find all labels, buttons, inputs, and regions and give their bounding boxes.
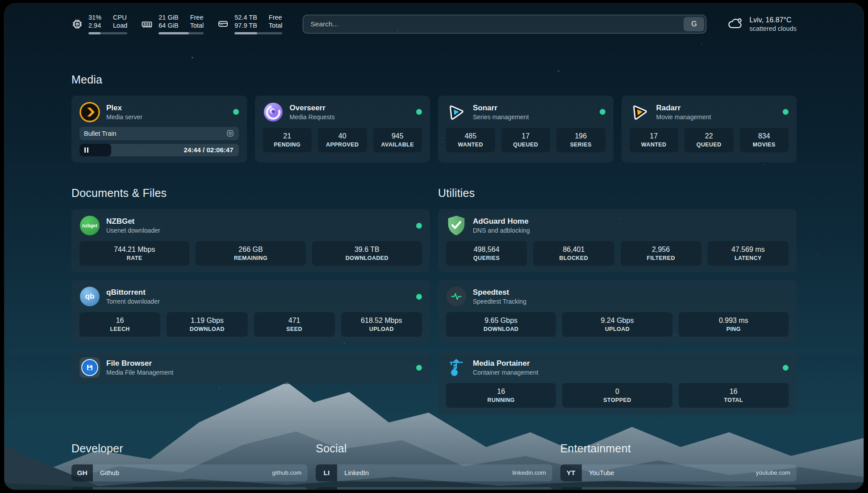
weather-condition: scattered clouds bbox=[749, 25, 797, 33]
cpu-chip-icon bbox=[71, 18, 83, 30]
section-media: Media Plex Media server bbox=[71, 64, 797, 163]
search-bar: G bbox=[303, 15, 706, 33]
service-card-qbittorrent[interactable]: qb qBittorrent Torrent downloader 16 bbox=[71, 280, 430, 343]
service-name: NZBGet bbox=[106, 217, 160, 226]
bookmark-abbr: SO bbox=[71, 487, 93, 490]
service-description: Movie management bbox=[656, 113, 711, 121]
stat-block: 16 TOTAL bbox=[679, 383, 789, 408]
stat-block: 498,564 QUERIES bbox=[446, 241, 527, 266]
bookmark-abbr: YT bbox=[560, 464, 582, 481]
disk-progress-bar bbox=[234, 32, 282, 34]
service-card-overseerr[interactable]: Overseerr Media Requests 21 PENDING 40 A… bbox=[255, 96, 430, 163]
service-name: File Browser bbox=[106, 359, 173, 368]
bookmark-github[interactable]: GH Github github.com bbox=[71, 464, 308, 481]
overseerr-icon bbox=[263, 102, 284, 122]
service-name: Plex bbox=[106, 103, 142, 113]
search-input[interactable] bbox=[303, 15, 706, 33]
bookmark-stackoverflow[interactable]: SO StackOverflow stackoverflow.com bbox=[71, 487, 308, 490]
status-dot bbox=[783, 365, 789, 371]
disk-free-value: 52.4 TB bbox=[234, 13, 257, 21]
section-documents: Documents & Files nzbget NZBGet Usenet d… bbox=[71, 178, 430, 414]
cpu-usage-value: 31% bbox=[88, 13, 101, 21]
bookmark-group-developer: Developer GH Github github.com SO StackO… bbox=[71, 433, 308, 489]
stat-block: 9.24 Gbps UPLOAD bbox=[562, 312, 672, 337]
adguard-icon bbox=[446, 215, 467, 236]
status-dot bbox=[783, 109, 789, 115]
bookmark-abbr: NF bbox=[560, 487, 582, 490]
service-description: Container management bbox=[473, 368, 538, 376]
service-card-speedtest[interactable]: Speedtest Speedtest Tracking 9.65 Gbps D… bbox=[438, 280, 797, 343]
memory-icon bbox=[141, 18, 153, 30]
memory-stat: 21 GiB 64 GiB Free Total bbox=[141, 13, 204, 34]
stat-block: 22 QUEUED bbox=[684, 128, 734, 152]
bookmark-linkedin[interactable]: LI LinkedIn linkedin.com bbox=[316, 464, 552, 481]
stat-block: 485 WANTED bbox=[446, 128, 495, 152]
bookmark-name: LinkedIn bbox=[337, 469, 369, 476]
cpu-load-label: Load bbox=[113, 21, 127, 29]
service-card-portainer[interactable]: Media Portainer Container management 16 … bbox=[438, 351, 797, 414]
service-card-plex[interactable]: Plex Media server Bullet Train bbox=[71, 96, 247, 163]
search-provider-button[interactable]: G bbox=[684, 17, 704, 31]
stat-block: 9.65 Gbps DOWNLOAD bbox=[446, 312, 556, 337]
weather-location-temp: Lviv, 16.87°C bbox=[749, 15, 797, 25]
now-playing-title: Bullet Train bbox=[84, 130, 117, 137]
service-card-nzbget[interactable]: nzbget NZBGet Usenet downloader 744.21 M… bbox=[71, 209, 430, 272]
snow-specks bbox=[4, 4, 5, 4]
cpu-stat: 31% 2.94 CPU Load bbox=[71, 13, 127, 34]
playback-time: 24:44 / 02:06:47 bbox=[184, 146, 239, 154]
status-dot bbox=[233, 109, 239, 115]
top-bar: 31% 2.94 CPU Load bbox=[71, 13, 797, 34]
status-dot bbox=[416, 294, 422, 300]
bookmark-domain: linkedin.com bbox=[513, 469, 552, 476]
service-name: AdGuard Home bbox=[473, 217, 530, 226]
service-name: Speedtest bbox=[473, 288, 526, 297]
service-name: qBittorrent bbox=[106, 288, 160, 297]
bookmark-name: YouTube bbox=[582, 469, 614, 476]
bookmark-abbr: GH bbox=[71, 464, 93, 481]
service-description: Series management bbox=[473, 113, 529, 121]
bookmark-abbr: TW bbox=[316, 487, 337, 490]
stat-block: 196 SERIES bbox=[556, 128, 605, 152]
system-stats: 31% 2.94 CPU Load bbox=[71, 13, 282, 34]
pause-icon bbox=[84, 147, 88, 153]
stat-block: 744.21 Mbps RATE bbox=[79, 241, 189, 266]
status-dot bbox=[600, 109, 605, 115]
filebrowser-icon bbox=[79, 357, 100, 378]
bookmark-youtube[interactable]: YT YouTube youtube.com bbox=[560, 464, 797, 481]
bookmark-group-social: Social LI LinkedIn linkedin.com TW Twitt… bbox=[316, 433, 552, 489]
service-description: Usenet downloader bbox=[106, 226, 160, 234]
bookmark-netflix[interactable]: NF Netflix netflix.com bbox=[560, 487, 797, 490]
service-description: Speedtest Tracking bbox=[473, 297, 526, 305]
nzbget-icon: nzbget bbox=[79, 215, 100, 236]
disk-free-label: Free bbox=[269, 13, 283, 21]
service-card-adguard[interactable]: AdGuard Home DNS and adblocking 498,564 … bbox=[438, 209, 797, 272]
stat-block: 0 STOPPED bbox=[562, 383, 672, 408]
stat-block: 17 WANTED bbox=[630, 128, 679, 152]
stat-block: 471 SEED bbox=[254, 312, 335, 337]
disk-icon bbox=[217, 18, 229, 30]
stat-block: 945 AVAILABLE bbox=[373, 128, 422, 152]
cloud-icon bbox=[727, 16, 743, 32]
status-dot bbox=[416, 223, 422, 229]
service-card-sonarr[interactable]: Sonarr Series management 485 WANTED 17 Q… bbox=[438, 96, 613, 163]
service-name: Radarr bbox=[656, 103, 711, 113]
status-dot bbox=[416, 109, 422, 115]
service-description: Torrent downloader bbox=[106, 297, 160, 305]
service-description: Media File Management bbox=[106, 368, 173, 376]
bookmark-group-entertainment: Entertainment YT YouTube youtube.com NF … bbox=[560, 433, 797, 489]
radarr-icon bbox=[630, 102, 650, 122]
service-card-radarr[interactable]: Radarr Movie management 17 WANTED 22 QUE… bbox=[622, 96, 797, 163]
bookmark-name: Github bbox=[93, 469, 119, 476]
stat-block: 86,401 BLOCKED bbox=[533, 241, 614, 266]
service-description: DNS and adblocking bbox=[473, 226, 530, 234]
sonarr-icon bbox=[446, 102, 467, 122]
utilities-section-title: Utilities bbox=[438, 187, 797, 200]
stat-block: 266 GB REMAINING bbox=[196, 241, 305, 266]
speedtest-icon bbox=[446, 286, 467, 307]
service-card-filebrowser[interactable]: File Browser Media File Management bbox=[71, 351, 430, 384]
memory-free-label: Free bbox=[190, 13, 204, 21]
bookmark-twitter[interactable]: TW Twitter twitter.com bbox=[316, 487, 552, 490]
cpu-load-value: 2.94 bbox=[88, 21, 101, 29]
bookmark-domain: github.com bbox=[272, 469, 308, 476]
social-group-title: Social bbox=[316, 442, 552, 455]
